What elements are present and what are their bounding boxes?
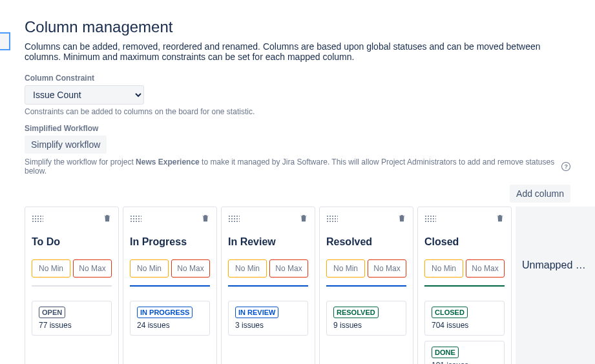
unmapped-column: Unmapped S…?: [516, 207, 595, 364]
delete-column-icon[interactable]: [103, 214, 112, 225]
column-in-progress[interactable]: In ProgressNo MinNo MaxIN PROGRESS24 iss…: [123, 207, 217, 364]
status-card[interactable]: CLOSED704 issues: [424, 301, 505, 336]
issue-count: 101 issues: [432, 361, 497, 364]
column-name[interactable]: To Do: [32, 236, 112, 248]
status-card[interactable]: OPEN77 issues: [32, 301, 112, 336]
status-card[interactable]: IN PROGRESS24 issues: [130, 301, 210, 336]
column-in-review[interactable]: In ReviewNo MinNo MaxIN REVIEW3 issues: [221, 207, 315, 364]
column-closed[interactable]: ClosedNo MinNo MaxCLOSED704 issuesDONE10…: [417, 207, 512, 364]
drag-handle-icon[interactable]: [326, 215, 338, 223]
delete-column-icon[interactable]: [496, 214, 505, 225]
delete-column-icon[interactable]: [299, 214, 308, 225]
columns-board: To DoNo MinNo MaxOPEN77 issuesIn Progres…: [25, 207, 570, 364]
delete-column-icon[interactable]: [397, 214, 406, 225]
column-name[interactable]: In Review: [228, 236, 308, 248]
column-name[interactable]: In Progress: [130, 236, 210, 248]
max-constraint-input[interactable]: No Max: [368, 259, 406, 278]
status-badge: CLOSED: [432, 307, 468, 318]
status-badge: IN REVIEW: [235, 307, 278, 318]
column-name[interactable]: Closed: [424, 236, 505, 248]
min-constraint-input[interactable]: No Min: [424, 259, 463, 278]
status-card[interactable]: IN REVIEW3 issues: [228, 301, 308, 336]
column-divider: [32, 285, 112, 287]
status-card[interactable]: RESOLVED9 issues: [326, 301, 406, 336]
column-divider: [228, 285, 308, 287]
max-constraint-input[interactable]: No Max: [73, 259, 112, 278]
issue-count: 24 issues: [137, 321, 203, 330]
max-constraint-input[interactable]: No Max: [269, 259, 308, 278]
min-constraint-input[interactable]: No Min: [228, 259, 267, 278]
page-title: Column management: [25, 18, 570, 36]
max-constraint-input[interactable]: No Max: [171, 259, 210, 278]
page-description: Columns can be added, removed, reordered…: [25, 41, 567, 62]
help-icon[interactable]: ?: [561, 162, 570, 171]
column-divider: [424, 285, 505, 287]
status-badge: IN PROGRESS: [137, 307, 193, 318]
constraint-hint: Constraints can be added to columns on t…: [25, 107, 570, 116]
workflow-hint: Simplify the workflow for project News E…: [25, 157, 570, 176]
constraint-label: Column Constraint: [25, 74, 570, 83]
unmapped-title: Unmapped S…?: [522, 259, 595, 271]
simplify-workflow-button[interactable]: Simplify workflow: [25, 136, 107, 154]
status-badge: OPEN: [39, 307, 65, 318]
column-to-do[interactable]: To DoNo MinNo MaxOPEN77 issues: [25, 207, 119, 364]
delete-column-icon[interactable]: [201, 214, 210, 225]
issue-count: 9 issues: [333, 321, 399, 330]
status-badge: DONE: [432, 347, 459, 358]
max-constraint-input[interactable]: No Max: [466, 259, 505, 278]
constraint-select[interactable]: Issue Count: [25, 85, 144, 105]
min-constraint-input[interactable]: No Min: [32, 259, 70, 278]
drag-handle-icon[interactable]: [228, 215, 240, 223]
status-card[interactable]: DONE101 issues: [424, 341, 505, 364]
workflow-label: Simplified Workflow: [25, 124, 570, 133]
drag-handle-icon[interactable]: [32, 215, 43, 223]
status-badge: RESOLVED: [333, 307, 379, 318]
issue-count: 704 issues: [432, 321, 497, 330]
column-divider: [326, 285, 406, 287]
min-constraint-input[interactable]: No Min: [130, 259, 169, 278]
drag-handle-icon[interactable]: [424, 215, 436, 223]
add-column-button[interactable]: Add column: [510, 185, 570, 203]
drag-handle-icon[interactable]: [130, 215, 141, 223]
selection-stub: [0, 32, 10, 50]
column-name[interactable]: Resolved: [326, 236, 406, 248]
column-resolved[interactable]: ResolvedNo MinNo MaxRESOLVED9 issues: [319, 207, 413, 364]
issue-count: 3 issues: [235, 321, 301, 330]
issue-count: 77 issues: [39, 321, 105, 330]
column-divider: [130, 285, 210, 287]
min-constraint-input[interactable]: No Min: [326, 259, 365, 278]
